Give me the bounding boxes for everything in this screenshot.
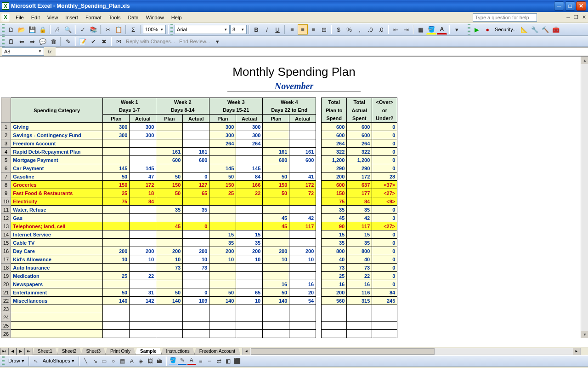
wordart-icon[interactable]: A — [128, 357, 136, 365]
new-icon[interactable]: 🗋 — [6, 24, 16, 34]
comma-icon[interactable]: , — [355, 24, 365, 34]
menu-file[interactable]: File — [12, 14, 28, 21]
menu-edit[interactable]: Edit — [28, 14, 44, 21]
category-cell[interactable]: Entertainment — [11, 288, 103, 297]
align-left-icon[interactable]: ≡ — [287, 24, 297, 34]
zoom-combo[interactable]: 100%▼ — [143, 25, 166, 34]
draw-menu[interactable]: Draw ▾ — [6, 358, 26, 364]
inc-indent-icon[interactable]: ⇥ — [401, 24, 411, 34]
sheet-tab-print-only[interactable]: Print Only — [105, 348, 136, 355]
toolbar-grip[interactable] — [2, 36, 5, 46]
new-comment-icon[interactable]: 🗒 — [6, 36, 16, 46]
category-cell[interactable]: Fast Food & Restaurants — [11, 189, 103, 197]
percent-icon[interactable]: % — [344, 24, 354, 34]
align-center-icon[interactable]: ≡ — [298, 24, 308, 34]
end-review[interactable]: End Review... — [177, 39, 212, 44]
sheet-tab-sheet2[interactable]: Sheet2 — [57, 348, 82, 355]
category-cell[interactable]: Rapid Debt-Repayment Plan — [11, 148, 103, 156]
autosum-icon[interactable]: Σ — [128, 24, 138, 34]
maximize-button[interactable]: □ — [565, 1, 575, 11]
dec-indent-icon[interactable]: ⇤ — [390, 24, 401, 34]
align-right-icon[interactable]: ≡ — [308, 24, 318, 34]
tab-first-icon[interactable]: ⏮ — [0, 348, 8, 355]
toolbar-grip[interactable] — [2, 24, 5, 34]
doc-minimize[interactable]: ─ — [565, 15, 572, 20]
doc-restore[interactable]: ❐ — [572, 14, 580, 20]
tab-prev-icon[interactable]: ◀ — [8, 348, 17, 355]
picture-icon[interactable]: 🏔 — [155, 357, 164, 365]
close-button[interactable]: ✕ — [576, 1, 586, 11]
tab-nav[interactable]: ⏮ ◀ ▶ ⏭ — [0, 348, 33, 355]
fill-icon[interactable]: 🪣 — [169, 357, 177, 365]
sheet-tab-sample[interactable]: Sample — [135, 348, 162, 355]
reject-icon[interactable]: ✖ — [99, 36, 109, 46]
category-cell[interactable]: Mortgage Payment — [11, 156, 103, 164]
select-icon[interactable]: ↖ — [32, 357, 40, 365]
toolbar-options-icon[interactable]: ▾ — [212, 36, 222, 46]
3d-icon[interactable]: ⬛ — [233, 357, 242, 365]
macro-record-icon[interactable]: ● — [482, 24, 492, 34]
dash-icon[interactable]: ┄ — [206, 357, 214, 365]
arrow-style-icon[interactable]: ⇄ — [215, 357, 223, 365]
toolbar-grip[interactable] — [170, 24, 173, 34]
arrow-icon[interactable]: ↘ — [91, 357, 99, 365]
inc-decimal-icon[interactable]: .0 — [365, 24, 375, 34]
track-icon[interactable]: 📝 — [78, 36, 88, 46]
macro-run-icon[interactable]: ▶ — [472, 24, 482, 34]
menu-tools[interactable]: Tools — [105, 14, 124, 21]
worksheet-area[interactable]: Monthly Spending Plan November Spending … — [0, 56, 588, 347]
category-cell[interactable]: Electricity — [11, 197, 103, 206]
menu-insert[interactable]: Insert — [62, 14, 82, 21]
fontsize-combo[interactable]: 8▼ — [230, 25, 247, 34]
menu-format[interactable]: Format — [82, 14, 105, 21]
category-cell[interactable]: Savings - Contingency Fund — [11, 131, 103, 139]
horizontal-scrollbar[interactable] — [242, 348, 581, 355]
diagram-icon[interactable]: ◈ — [137, 357, 145, 365]
print-icon[interactable]: 🖨 — [52, 24, 62, 34]
category-cell[interactable]: Internet Service — [11, 230, 103, 239]
category-cell[interactable]: Newspapers — [11, 280, 103, 288]
category-cell[interactable]: Giving — [11, 123, 103, 131]
help-input[interactable] — [473, 13, 537, 22]
preview-icon[interactable]: 🔍 — [63, 24, 73, 34]
design-icon[interactable]: 🔧 — [530, 24, 540, 34]
oval-icon[interactable]: ○ — [109, 357, 118, 365]
category-cell[interactable]: Auto Insurance — [11, 264, 103, 272]
line-style-icon[interactable]: ≡ — [197, 357, 205, 365]
currency-icon[interactable]: $ — [334, 24, 344, 34]
fx-icon[interactable]: fx — [44, 49, 56, 54]
doc-close[interactable]: ✕ — [580, 14, 588, 20]
workbook-icon[interactable]: X — [2, 14, 9, 21]
category-cell[interactable]: Miscellaneous — [11, 297, 103, 305]
font-combo[interactable]: Arial▼ — [175, 25, 230, 34]
category-cell[interactable]: Telephones; land, cell — [11, 222, 103, 230]
open-icon[interactable]: 📂 — [17, 24, 27, 34]
toolbar-grip[interactable] — [2, 356, 5, 366]
menu-help[interactable]: Help — [168, 14, 186, 21]
category-cell[interactable]: Gas — [11, 214, 103, 222]
category-cell[interactable]: Water, Refuse — [11, 206, 103, 214]
menu-data[interactable]: Data — [124, 14, 142, 21]
category-cell[interactable]: Groceries — [11, 181, 103, 189]
formula-bar[interactable] — [56, 47, 588, 56]
dec-decimal-icon[interactable]: .0 — [376, 24, 386, 34]
security-button[interactable]: Security... — [493, 27, 519, 32]
help-search[interactable] — [473, 13, 537, 22]
reply-changes[interactable]: Reply with Changes... — [124, 39, 177, 44]
category-cell[interactable]: Day Care — [11, 247, 103, 255]
spending-table[interactable]: Spending CategoryWeek 1Week 2Week 3Week … — [1, 98, 397, 338]
bold-icon[interactable]: B — [251, 24, 261, 34]
category-cell[interactable]: Gasoline — [11, 172, 103, 181]
underline-icon[interactable]: U — [272, 24, 283, 34]
font-color-icon[interactable]: A — [187, 357, 196, 365]
vertical-scrollbar[interactable] — [581, 57, 588, 338]
name-box[interactable]: A8 ▼ — [2, 47, 44, 56]
line-icon[interactable]: ╲ — [82, 357, 90, 365]
merge-icon[interactable]: ⊞ — [319, 24, 329, 34]
permission-icon[interactable]: 🔒 — [38, 24, 48, 34]
send-icon[interactable]: ✉ — [113, 36, 124, 46]
toolbar-options-icon[interactable]: ▾ — [452, 24, 462, 34]
vba-icon[interactable]: 📐 — [519, 24, 529, 34]
sheet-tab-freedom-account[interactable]: Freedom Account — [194, 348, 240, 355]
tab-next-icon[interactable]: ▶ — [17, 348, 25, 355]
